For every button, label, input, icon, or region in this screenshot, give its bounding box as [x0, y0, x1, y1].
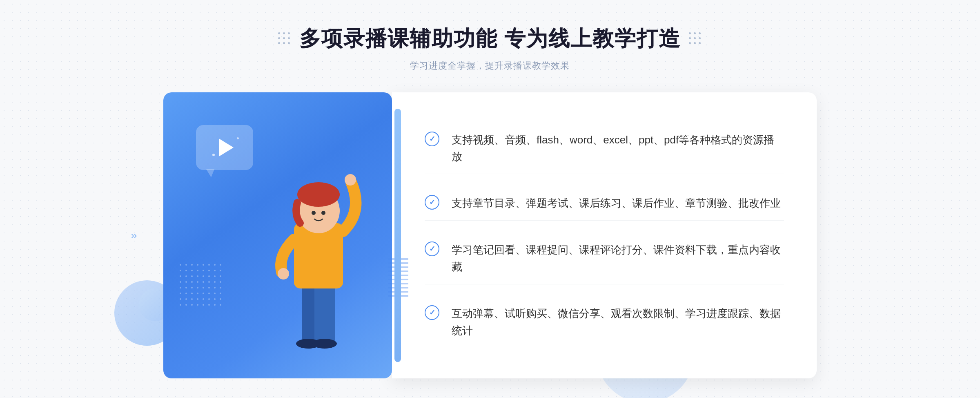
- svg-point-9: [345, 174, 356, 186]
- sparkle-dot-1: [220, 145, 224, 149]
- dot-pattern: [180, 264, 229, 313]
- check-circle-1: ✓: [425, 132, 439, 146]
- check-circle-2: ✓: [425, 195, 439, 210]
- svg-point-10: [278, 268, 289, 279]
- check-circle-4: ✓: [425, 305, 439, 320]
- right-decorative-dots: [689, 32, 702, 45]
- right-panel: ✓ 支持视频、音频、flash、word、excel、ppt、pdf等各种格式的…: [392, 92, 817, 378]
- feature-text-1: 支持视频、音频、flash、word、excel、ppt、pdf等各种格式的资源…: [452, 132, 784, 165]
- check-mark-4: ✓: [429, 309, 435, 316]
- feature-item-1: ✓ 支持视频、音频、flash、word、excel、ppt、pdf等各种格式的…: [425, 123, 784, 174]
- left-decorative-dots: [278, 32, 291, 45]
- feature-text-2: 支持章节目录、弹题考试、课后练习、课后作业、章节测验、批改作业: [452, 195, 781, 212]
- sub-title: 学习进度全掌握，提升录播课教学效果: [410, 60, 570, 72]
- svg-point-7: [312, 211, 316, 215]
- svg-point-3: [312, 339, 337, 349]
- left-chevrons-decoration: »: [131, 229, 137, 242]
- feature-text-4: 互动弹幕、试听购买、微信分享、观看次数限制、学习进度跟踪、数据统计: [452, 305, 784, 339]
- chevron-icon: »: [131, 229, 137, 242]
- play-button-area: [196, 125, 253, 170]
- sparkle-dot-2: [237, 137, 239, 139]
- feature-item-4: ✓ 互动弹幕、试听购买、微信分享、观看次数限制、学习进度跟踪、数据统计: [425, 297, 784, 347]
- check-mark-3: ✓: [429, 245, 435, 253]
- check-circle-3: ✓: [425, 241, 439, 256]
- header-section: 多项录播课辅助功能 专为线上教学打造 学习进度全掌握，提升录播课教学效果: [278, 25, 702, 72]
- speech-bubble: [196, 125, 253, 170]
- stripe-decoration: [388, 256, 408, 297]
- sparkle-dot-3: [212, 154, 215, 156]
- svg-rect-1: [314, 280, 335, 346]
- content-area: »: [163, 92, 817, 378]
- check-mark-1: ✓: [429, 135, 435, 143]
- check-mark-2: ✓: [429, 199, 435, 206]
- header-title-row: 多项录播课辅助功能 专为线上教学打造: [278, 25, 702, 53]
- page-container: 多项录播课辅助功能 专为线上教学打造 学习进度全掌握，提升录播课教学效果 »: [0, 0, 980, 398]
- illustration-card: [163, 92, 392, 378]
- main-title: 多项录播课辅助功能 专为线上教学打造: [299, 25, 681, 53]
- feature-item-2: ✓ 支持章节目录、弹题考试、课后练习、课后作业、章节测验、批改作业: [425, 187, 784, 221]
- feature-item-3: ✓ 学习笔记回看、课程提问、课程评论打分、课件资料下载，重点内容收藏: [425, 233, 784, 284]
- svg-point-8: [321, 211, 325, 215]
- svg-point-6: [297, 182, 340, 207]
- feature-text-3: 学习笔记回看、课程提问、课程评论打分、课件资料下载，重点内容收藏: [452, 241, 784, 275]
- character-illustration: [253, 150, 384, 378]
